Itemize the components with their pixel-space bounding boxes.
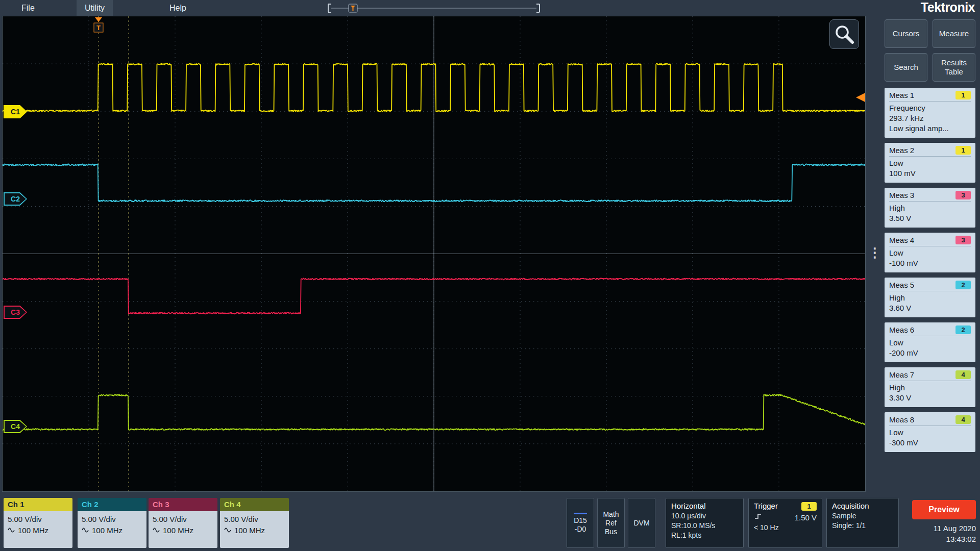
meas-card-8[interactable]: Meas 8 4 Low -300 mV [885,412,975,452]
meas-value: High [889,293,971,303]
channel-name: Ch 2 [78,498,146,511]
oscilloscope-app: File Utility Help Tektronix T C1 C2 C3 C [0,0,980,551]
trigger-level: 1.50 V [795,513,817,523]
meas-value: Low [889,248,971,258]
measurement-list: Meas 1 1 Frequency 293.7 kHz Low signal … [885,88,975,452]
channel-tag-label: C4 [5,421,26,432]
meas-source-badge: 1 [955,146,971,155]
cursors-button[interactable]: Cursors [885,19,927,48]
menu-item-utility[interactable]: Utility [77,0,113,16]
sample-rate: SR:10.0 MS/s [671,521,738,531]
channel-block-ch1[interactable]: Ch 1 5.00 V/div 100 MHz [4,498,72,548]
channel-bandwidth: 100 MHz [18,525,48,536]
meas-value: -200 mV [889,348,971,358]
channel-tag-label: C1 [5,106,26,117]
channel-settings: 5.00 V/div 100 MHz [4,511,72,548]
meas-title: Meas 1 [889,91,914,99]
channel-name: Ch 3 [149,498,217,511]
trigger-settings-panel[interactable]: Trigger 1 1.50 V < 10 Hz [748,498,822,548]
meas-card-1[interactable]: Meas 1 1 Frequency 293.7 kHz Low signal … [885,88,975,138]
meas-warning: Low signal amp... [889,123,971,134]
meas-title: Meas 8 [889,415,914,424]
digital-label-line1: D15 [574,516,587,525]
meas-value: -300 mV [889,438,971,448]
preview-button[interactable]: Preview [912,500,976,519]
acquisition-status: Single: 1/1 [832,521,893,531]
trigger-source-badge: 1 [801,502,817,511]
acquisition-settings-panel[interactable]: Acquisition Sample Single: 1/1 [826,498,899,548]
trigger-title: Trigger [754,501,778,511]
channel-settings: 5.00 V/div 100 MHz [220,511,289,548]
panel-drag-handle[interactable]: ⋮ [868,245,881,261]
acquisition-title: Acquisition [832,501,893,511]
channel-bandwidth: 100 MHz [234,525,265,536]
meas-card-3[interactable]: Meas 3 3 High 3.50 V [885,188,975,228]
bandwidth-icon [153,525,160,536]
search-button[interactable]: Search [885,53,927,82]
meas-card-4[interactable]: Meas 4 3 Low -100 mV [885,233,975,272]
menu-item-file[interactable]: File [13,0,43,16]
channel-scale: 5.00 V/div [82,514,142,525]
channel-tag-label: C2 [5,193,26,205]
trigger-holdoff: < 10 Hz [754,523,817,533]
channel-scale: 5.00 V/div [153,514,213,525]
bandwidth-icon [8,525,15,536]
trigger-position-icon [95,17,102,22]
meas-value: High [889,203,971,213]
meas-source-badge: 2 [955,325,971,334]
channel-scale: 5.00 V/div [8,514,68,525]
right-bracket-icon [536,4,540,12]
meas-source-badge: 3 [955,236,971,244]
right-sidebar: Cursors Measure Search Results Table Mea… [885,19,975,452]
meas-card-7[interactable]: Meas 7 4 High 3.30 V [885,367,975,407]
magnifier-icon [833,23,855,45]
channel-settings: 5.00 V/div 100 MHz [78,511,146,548]
math-label: Math [603,510,619,519]
meas-value: Low [889,428,971,438]
meas-title: Meas 6 [889,325,914,334]
channel-block-ch3[interactable]: Ch 3 5.00 V/div 100 MHz [149,498,217,548]
meas-value: 100 mV [889,168,971,179]
meas-source-badge: 4 [955,415,971,424]
meas-source-badge: 1 [955,91,971,99]
bottom-bar: Ch 1 5.00 V/div 100 MHz Ch 2 5.00 V/div … [0,495,980,551]
meas-value: Low [889,338,971,348]
trigger-position-marker[interactable] [349,4,357,12]
ref-label: Ref [605,519,617,528]
results-table-button[interactable]: Results Table [933,53,975,82]
math-ref-bus-button[interactable]: Math Ref Bus [597,498,625,548]
channel-block-ch2[interactable]: Ch 2 5.00 V/div 100 MHz [78,498,146,548]
meas-card-2[interactable]: Meas 2 1 Low 100 mV [885,143,975,183]
tektronix-logo: Tektronix [921,0,975,15]
digital-label-line2: -D0 [575,525,586,534]
scope-graticule: T [3,16,865,491]
digital-color-bar [574,513,587,514]
meas-value: High [889,383,971,393]
horizontal-position-indicator[interactable] [324,2,544,14]
horizontal-settings-panel[interactable]: Horizontal 10.0 µs/div SR:10.0 MS/s RL:1… [666,498,744,548]
meas-value: 293.7 kHz [889,113,971,123]
meas-value: -100 mV [889,258,971,268]
meas-value: 3.60 V [889,303,971,313]
date-label: 11 Aug 2020 [912,523,976,534]
waveform-display[interactable]: T C1 C2 C3 C4 [3,16,865,491]
channel-name: Ch 4 [220,498,289,511]
zoom-button[interactable] [829,19,859,49]
channel-scale: 5.00 V/div [224,514,285,525]
menu-item-help[interactable]: Help [161,0,194,16]
meas-value: 3.30 V [889,393,971,403]
meas-card-6[interactable]: Meas 6 2 Low -200 mV [885,322,975,362]
time-label: 13:43:02 [912,534,976,544]
channel-tag-label: C3 [5,307,26,318]
channel-settings: 5.00 V/div 100 MHz [149,511,217,548]
channel-block-ch4[interactable]: Ch 4 5.00 V/div 100 MHz [220,498,289,548]
channel-bandwidth: 100 MHz [92,525,122,536]
measure-button[interactable]: Measure [933,19,975,48]
channel-name: Ch 1 [4,498,72,511]
meas-value: Frequency [889,103,971,113]
digital-channels-button[interactable]: D15 -D0 [567,498,594,548]
meas-value: 3.50 V [889,213,971,223]
record-length: RL:1 kpts [671,531,738,540]
dvm-button[interactable]: DVM [628,498,655,548]
meas-card-5[interactable]: Meas 5 2 High 3.60 V [885,278,975,317]
